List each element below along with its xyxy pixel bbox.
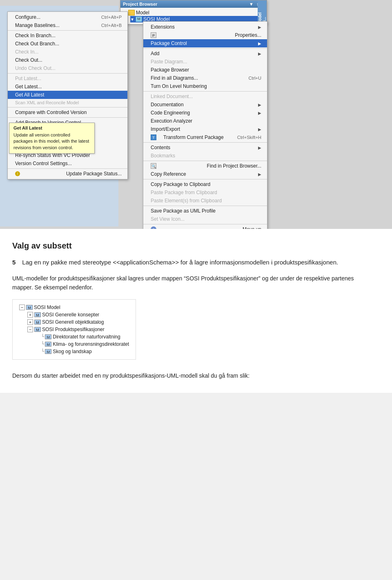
- left-menu-get-all-latest[interactable]: Get All Latest: [8, 91, 127, 99]
- find-icon: 🔍: [151, 163, 156, 169]
- menu-item-move-up[interactable]: ↑ Move up: [143, 225, 267, 229]
- left-menu-compare-controlled[interactable]: Compare with Controlled Version: [8, 108, 127, 116]
- move-up-icon: ↑: [151, 226, 156, 229]
- tree-row-sosi-model: − M SOSI Model: [19, 304, 129, 311]
- left-menu-configure[interactable]: Configure... Ctrl+Alt+P: [8, 13, 127, 21]
- tree-row-produktspesifikasjoner: − M SOSI Produktspesifikasjoner: [19, 326, 129, 333]
- expand-generelle: +: [27, 312, 33, 318]
- menu-item-copy-package[interactable]: Copy Package to Clipboard: [143, 180, 267, 188]
- step-line: 5Lag en ny pakke med stereotype <<applic…: [12, 258, 376, 267]
- left-menu-manage-baselines[interactable]: Manage Baselines... Ctrl+Alt+B: [8, 21, 127, 29]
- add-arrow: ▶: [258, 52, 261, 56]
- menu-item-extensions[interactable]: Extensions ▶: [143, 23, 267, 31]
- menu-item-find-all-diagrams[interactable]: Find in all Diagrams... Ctrl+U: [143, 74, 267, 82]
- package-control-menu: Extensions ▶ P Properties... Package Con…: [143, 21, 267, 229]
- separator3: [143, 142, 267, 143]
- menu-item-package-browser[interactable]: Package Browser: [143, 66, 267, 74]
- skog-icon: M: [45, 349, 51, 354]
- left-context-menu: Configure... Ctrl+Alt+P Manage Baselines…: [7, 11, 128, 179]
- tree-label-sosi-model: SOSI Model: [34, 305, 60, 310]
- separator6: [143, 206, 267, 206]
- tree-diagram: − M SOSI Model + M SOSI Generelle konsep…: [12, 299, 136, 360]
- menu-item-execution-analyzer[interactable]: Valg av subsett Execution Analyzer: [143, 117, 267, 125]
- menu-item-import-export[interactable]: Import/Export ▶: [143, 125, 267, 133]
- tree-label-direktoratet: Direktoratet for naturforvaltning: [53, 334, 120, 340]
- code-eng-arrow: ▶: [258, 111, 261, 115]
- menu-item-copy-reference[interactable]: Copy Reference ▶: [143, 170, 267, 178]
- tree-label-produktspesifikasjoner: SOSI Produktspesifikasjoner: [42, 327, 105, 332]
- separator2: [143, 91, 267, 92]
- arrow-icon: ▶: [258, 25, 261, 29]
- baselines-shortcut: Ctrl+Alt+B: [101, 23, 122, 28]
- pb-pin-icon[interactable]: ▼: [249, 2, 254, 7]
- menu-item-package-control[interactable]: Package Control ▶: [143, 39, 267, 47]
- separator4: [143, 161, 267, 161]
- separator1: [143, 48, 267, 49]
- step-number: 5: [12, 259, 16, 266]
- tree-row-skog: └ M Skog og landskap: [19, 348, 129, 355]
- pb-tree-model[interactable]: ▼ Model: [123, 9, 264, 16]
- import-export-arrow: ▶: [258, 127, 261, 132]
- left-sep4: [8, 117, 127, 118]
- tree-label-klima: Klima- og forurensningsdirektoratet: [53, 341, 129, 347]
- left-menu-scan-xml: Scan XML and Reconcile Model: [8, 99, 127, 106]
- left-menu-undo-check-out: Undo Check Out...: [8, 64, 127, 72]
- sosi-model-icon: M: [136, 16, 142, 22]
- left-sep3: [8, 107, 127, 107]
- menu-item-properties[interactable]: P Properties...: [143, 31, 267, 39]
- configure-shortcut: Ctrl+Alt+P: [101, 15, 122, 20]
- find-all-shortcut: Ctrl+U: [249, 76, 261, 81]
- expand-produktspesifikasjoner: −: [27, 327, 33, 332]
- model-strip: Model Vi...: [258, 0, 267, 24]
- tree-row-generelle: + M SOSI Generelle konsepter: [19, 311, 129, 318]
- left-menu-get-latest[interactable]: Get Latest...: [8, 83, 127, 91]
- package-control-label: Package Control: [151, 40, 187, 46]
- expand-sosi-model: −: [19, 305, 25, 310]
- tooltip-body: Update all version controlled packages i…: [13, 132, 90, 151]
- left-menu-check-in: Check In...: [8, 48, 127, 56]
- left-sep1: [8, 30, 127, 31]
- project-browser-title: Project Browser: [123, 2, 157, 7]
- left-menu-vc-settings[interactable]: Version Control Settings...: [8, 159, 127, 168]
- contents-arrow: ▶: [258, 146, 261, 150]
- menu-item-transform[interactable]: T Transform Current Package Ctrl+Skift+H: [143, 133, 267, 141]
- left-sep5: [8, 168, 127, 169]
- screenshot-area: Project Browser ▼ ↑ × ▼ Model ▼ M SOSI M…: [0, 0, 392, 229]
- menu-item-documentation[interactable]: Documentation ▶: [143, 101, 267, 109]
- menu-item-find-project-browser[interactable]: 🔍 Find in Project Browser...: [143, 162, 267, 170]
- menu-item-turn-on-level[interactable]: Turn On Level Numbering: [143, 82, 267, 90]
- tooltip-popup: Get All Latest Update all version contro…: [9, 123, 95, 154]
- paragraph1: UML-modeller for produktspesifikasjoner …: [12, 274, 376, 292]
- tree-row-klima: └ M Klima- og forurensningsdirektoratet: [19, 340, 129, 348]
- transform-icon: T: [151, 134, 156, 140]
- menu-item-save-uml-profile[interactable]: Save Package as UML Profile: [143, 207, 267, 215]
- left-sep2: [8, 73, 127, 74]
- tree-label-generelle: SOSI Generelle konsepter: [42, 312, 99, 318]
- direktoratet-icon: M: [45, 334, 51, 339]
- separator5: [143, 179, 267, 179]
- tooltip-title: Get All Latest: [13, 125, 90, 130]
- left-menu-put-latest: Put Latest...: [8, 74, 127, 83]
- klima-icon: M: [45, 342, 51, 347]
- project-browser-panel: Project Browser ▼ ↑ × ▼ Model ▼ M SOSI M…: [120, 0, 267, 25]
- tree-label-objektkatalog: SOSI Generell objektkatalog: [42, 319, 104, 325]
- left-menu-check-out[interactable]: Check Out...: [8, 56, 127, 64]
- tree-row-objektkatalog: + M SOSI Generell objektkatalog: [19, 318, 129, 326]
- menu-item-contents[interactable]: Contents ▶: [143, 143, 267, 152]
- left-menu-update-package-status[interactable]: ! Update Package Status...: [8, 170, 127, 178]
- left-menu-check-out-branch[interactable]: Check Out Branch...: [8, 40, 127, 48]
- step-text: Lag en ny pakke med stereotype <<applica…: [22, 259, 338, 266]
- documentation-arrow: ▶: [258, 103, 261, 107]
- menu-item-code-engineering[interactable]: Code Engineering ▶: [143, 109, 267, 117]
- menu-item-add[interactable]: Add ▶: [143, 49, 267, 58]
- objektkatalog-icon: M: [34, 320, 41, 325]
- sosi-model-tree-icon: M: [26, 305, 33, 310]
- left-menu-check-in-branch[interactable]: Check In Branch...: [8, 31, 127, 40]
- expand-objektkatalog: +: [27, 319, 33, 325]
- pb-model-label: Model: [136, 10, 149, 16]
- model-folder-icon: [128, 10, 135, 16]
- section-heading: Valg av subsett: [12, 241, 376, 251]
- final-paragraph: Dersom du starter arbeidet med en ny pro…: [12, 371, 376, 380]
- copy-ref-arrow: ▶: [258, 172, 261, 177]
- content-area: Valg av subsett 5Lag en ny pakke med ste…: [0, 229, 392, 393]
